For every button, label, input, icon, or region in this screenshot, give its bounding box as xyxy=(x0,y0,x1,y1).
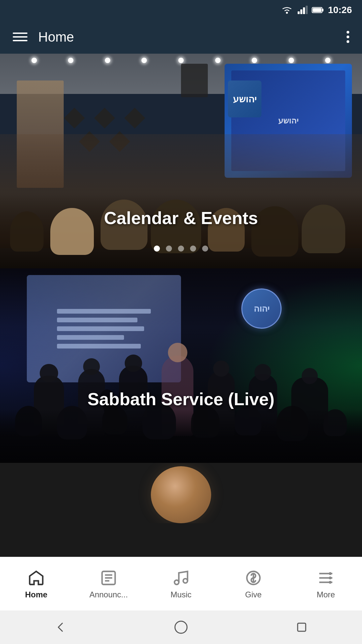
diamond-decor-2 xyxy=(94,108,115,128)
dot-1 xyxy=(347,31,349,34)
light-9 xyxy=(325,58,330,63)
drummer-head xyxy=(302,368,318,384)
screen-line-1 xyxy=(57,309,151,314)
svg-rect-4 xyxy=(306,6,308,14)
sabbath-caption: Sabbath Service (Live) xyxy=(87,389,275,409)
system-recent-button[interactable] xyxy=(294,620,309,635)
musician-2-head xyxy=(83,358,100,375)
carousel-dots xyxy=(154,246,208,252)
home-nav-label: Home xyxy=(25,590,48,599)
person-head-partial xyxy=(151,466,211,523)
person-1 xyxy=(10,211,44,252)
person-2 xyxy=(50,208,94,255)
dot-indicator-2[interactable] xyxy=(166,246,172,252)
announcements-nav-icon xyxy=(99,569,118,587)
main-content: יהושע יהושע Calendar & Events xyxy=(0,54,362,557)
battery-icon xyxy=(312,6,324,14)
dot-2 xyxy=(347,36,349,38)
hamburger-line-1 xyxy=(13,33,27,34)
dot-3 xyxy=(347,40,349,43)
nav-item-announcements[interactable]: Announc... xyxy=(72,565,145,603)
aud-head-8 xyxy=(323,409,347,436)
musician-4-head xyxy=(213,361,229,377)
svg-rect-3 xyxy=(303,7,305,14)
system-home-button[interactable] xyxy=(174,620,188,635)
music-nav-icon xyxy=(172,569,190,587)
dot-indicator-5[interactable] xyxy=(202,246,208,252)
menu-button[interactable] xyxy=(10,30,30,44)
aud-head-1 xyxy=(15,406,42,436)
musician-1-head xyxy=(40,364,58,382)
person-6 xyxy=(251,206,298,257)
dot-indicator-4[interactable] xyxy=(190,246,196,252)
svg-point-12 xyxy=(175,580,179,584)
light-1 xyxy=(32,58,37,63)
status-icons: 10:26 xyxy=(281,5,352,15)
hebrew-badge: יהושע xyxy=(228,80,261,117)
musician-5-head xyxy=(254,364,271,381)
vocalist-head xyxy=(168,343,187,362)
top-bar: Home xyxy=(0,20,362,54)
audience-heads-row xyxy=(0,402,362,463)
status-time: 10:26 xyxy=(328,5,352,15)
light-3 xyxy=(105,58,110,63)
svg-rect-6 xyxy=(322,9,323,11)
signal-icon xyxy=(297,5,308,15)
more-nav-icon xyxy=(316,569,335,587)
hamburger-line-2 xyxy=(13,36,27,38)
nav-item-home[interactable]: Home xyxy=(0,565,72,603)
page-title: Home xyxy=(38,30,344,45)
light-2 xyxy=(68,58,73,63)
light-4 xyxy=(141,58,147,63)
svg-point-19 xyxy=(329,576,332,579)
light-5 xyxy=(178,58,184,63)
music-nav-label: Music xyxy=(171,590,192,599)
svg-point-0 xyxy=(286,12,288,14)
sabbath-section[interactable]: יהוה xyxy=(0,268,362,463)
aud-head-7 xyxy=(277,406,308,441)
svg-rect-1 xyxy=(298,11,300,14)
svg-point-13 xyxy=(183,579,188,583)
bottom-nav: Home Announc... Music xyxy=(0,557,362,610)
system-nav xyxy=(0,610,362,644)
musician-3-head xyxy=(125,355,142,372)
svg-point-20 xyxy=(329,581,332,584)
dot-indicator-3[interactable] xyxy=(178,246,184,252)
person-7 xyxy=(302,205,345,253)
diamond-decor-1 xyxy=(64,108,85,128)
wifi-icon xyxy=(281,5,293,15)
svg-rect-7 xyxy=(313,8,321,12)
recent-apps-icon xyxy=(294,620,309,635)
svg-point-18 xyxy=(329,572,332,575)
sabbath-image: יהוה xyxy=(0,268,362,463)
nav-item-give[interactable]: Give xyxy=(217,565,290,603)
give-nav-label: Give xyxy=(245,590,261,599)
dot-indicator-1[interactable] xyxy=(154,246,160,252)
nav-item-more[interactable]: More xyxy=(290,565,362,603)
home-circle-icon xyxy=(174,620,188,635)
more-options-button[interactable] xyxy=(344,28,352,46)
announcements-nav-label: Announc... xyxy=(89,590,128,599)
screen-line-2 xyxy=(57,318,137,322)
system-back-button[interactable] xyxy=(53,620,68,635)
svg-point-21 xyxy=(175,621,187,633)
more-nav-label: More xyxy=(317,590,335,599)
status-bar: 10:26 xyxy=(0,0,362,20)
light-6 xyxy=(215,58,221,63)
nav-item-music[interactable]: Music xyxy=(145,565,217,603)
hamburger-line-3 xyxy=(13,40,27,41)
hebrew-circle-text: יהוה xyxy=(254,304,269,314)
svg-rect-22 xyxy=(298,623,306,631)
diamond-decor-3 xyxy=(124,108,145,128)
back-icon xyxy=(53,620,68,635)
carousel-section[interactable]: יהושע יהושע Calendar & Events xyxy=(0,54,362,268)
speaker-left xyxy=(181,64,208,97)
aud-head-5 xyxy=(191,406,220,438)
third-section xyxy=(0,463,362,523)
light-7 xyxy=(252,58,257,63)
carousel-image: יהושע יהושע xyxy=(0,54,362,268)
home-nav-icon xyxy=(27,569,46,587)
give-nav-icon xyxy=(244,569,263,587)
light-8 xyxy=(289,58,294,63)
aud-head-2 xyxy=(57,406,87,439)
